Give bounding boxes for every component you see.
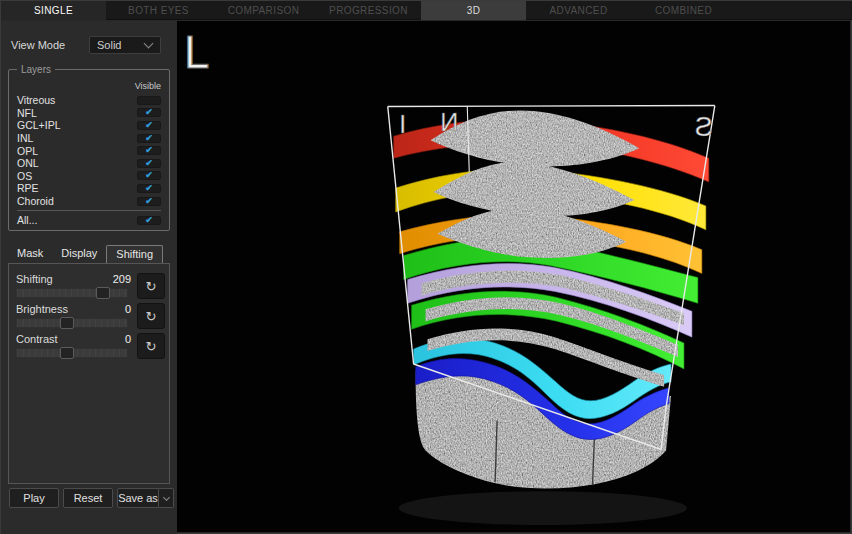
tab-3d[interactable]: 3D xyxy=(421,1,526,20)
check-icon: ✔ xyxy=(145,184,153,193)
save-as-dropdown-button[interactable] xyxy=(159,488,174,508)
layer-visible-checkbox[interactable]: ✔ xyxy=(137,184,161,193)
3d-render-canvas: I N S L xyxy=(177,21,850,532)
layer-visible-checkbox[interactable]: ✔ xyxy=(137,197,161,206)
layer-row-all: All... ✔ xyxy=(9,213,169,227)
layer-visible-checkbox[interactable]: ✔ xyxy=(137,134,161,143)
layer-row-rpe: RPE ✔ xyxy=(9,182,169,195)
layer-row-os: OS ✔ xyxy=(9,170,169,183)
shifting-slider[interactable] xyxy=(16,288,128,298)
sidebar: View Mode Solid Layers Visible Vitreous … xyxy=(1,21,177,534)
check-icon: ✔ xyxy=(145,108,153,117)
layer-visible-checkbox[interactable]: ✔ xyxy=(137,108,161,117)
layer-row-nfl: NFL ✔ xyxy=(9,107,169,120)
layer-row-gcl-ipl: GCL+IPL ✔ xyxy=(9,119,169,132)
view-mode-label: View Mode xyxy=(11,39,65,51)
check-icon: ✔ xyxy=(145,134,153,143)
layer-label: All... xyxy=(17,214,137,226)
contrast-slider-value: 0 xyxy=(125,333,131,345)
check-icon: ✔ xyxy=(145,159,153,168)
brightness-slider[interactable] xyxy=(16,318,128,328)
layer-row-choroid: Choroid ✔ xyxy=(9,195,169,208)
tab-progression[interactable]: PROGRESSION xyxy=(316,1,421,20)
main-tab-bar: SINGLE BOTH EYES COMPARISON PROGRESSION … xyxy=(1,1,852,20)
contrast-reset-button[interactable]: ↻ xyxy=(137,333,165,359)
save-as-button[interactable]: Save as xyxy=(117,488,159,508)
layer-visible-checkbox[interactable]: ✔ xyxy=(137,171,161,180)
play-button[interactable]: Play xyxy=(9,488,59,508)
tab-shifting[interactable]: Shifting xyxy=(106,245,163,263)
layers-panel: Layers Visible Vitreous NFL ✔ GCL+IPL ✔ … xyxy=(8,69,170,231)
layer-row-vitreous: Vitreous xyxy=(9,94,169,107)
tab-both-eyes[interactable]: BOTH EYES xyxy=(106,1,211,20)
contrast-slider-label: Contrast xyxy=(16,333,58,345)
adjust-tab-bar: Mask Display Shifting xyxy=(8,245,163,263)
tab-comparison[interactable]: COMPARISON xyxy=(211,1,316,20)
layer-row-onl: ONL ✔ xyxy=(9,157,169,170)
layer-label: GCL+IPL xyxy=(17,119,137,131)
axis-marker-superior: S xyxy=(695,112,713,142)
layer-visible-checkbox[interactable]: ✔ xyxy=(137,216,161,225)
tab-single[interactable]: SINGLE xyxy=(1,1,106,20)
tab-mask[interactable]: Mask xyxy=(8,245,52,263)
layer-label: NFL xyxy=(17,107,137,119)
base-reflection xyxy=(399,491,687,525)
layer-label: INL xyxy=(17,132,137,144)
layer-label: OS xyxy=(17,170,137,182)
brightness-slider-handle[interactable] xyxy=(60,317,74,329)
check-icon: ✔ xyxy=(145,121,153,130)
chevron-down-icon xyxy=(162,493,169,500)
layer-label: RPE xyxy=(17,182,137,194)
tab-display[interactable]: Display xyxy=(52,245,106,263)
check-icon: ✔ xyxy=(145,146,153,155)
shifting-reset-button[interactable]: ↻ xyxy=(137,273,165,299)
reset-button[interactable]: Reset xyxy=(63,488,113,508)
shifting-slider-value: 209 xyxy=(113,273,131,285)
3d-viewport[interactable]: I N S L xyxy=(177,21,850,532)
layer-row-inl: INL ✔ xyxy=(9,132,169,145)
layer-label: Vitreous xyxy=(17,94,137,106)
check-icon: ✔ xyxy=(145,197,153,206)
app-window: SINGLE BOTH EYES COMPARISON PROGRESSION … xyxy=(0,0,852,534)
divider xyxy=(17,210,161,211)
axis-marker-inferior: I xyxy=(399,111,406,138)
layer-visible-checkbox[interactable]: ✔ xyxy=(137,146,161,155)
shifting-slider-label: Shifting xyxy=(16,273,53,285)
shifting-panel: Shifting 209 ↻ Brightness 0 ↻ Contrast 0 xyxy=(8,263,170,484)
layer-label: OPL xyxy=(17,145,137,157)
layers-panel-legend: Layers xyxy=(17,64,55,75)
visible-column-header: Visible xyxy=(135,81,161,91)
oct-dome xyxy=(433,162,634,216)
laterality-marker: L xyxy=(184,27,209,78)
layer-label: ONL xyxy=(17,157,137,169)
brightness-slider-value: 0 xyxy=(125,303,131,315)
chevron-down-icon xyxy=(144,39,154,49)
shifting-slider-handle[interactable] xyxy=(96,287,110,299)
tab-combined[interactable]: COMBINED xyxy=(631,1,736,20)
layer-visible-checkbox[interactable]: ✔ xyxy=(137,121,161,130)
contrast-slider[interactable] xyxy=(16,348,128,358)
view-mode-value: Solid xyxy=(90,39,145,51)
layer-visible-checkbox[interactable] xyxy=(137,96,161,105)
action-button-row: Play Reset Save as xyxy=(9,488,174,508)
oct-dome xyxy=(430,110,639,166)
contrast-slider-handle[interactable] xyxy=(60,347,74,359)
view-mode-dropdown[interactable]: Solid xyxy=(89,36,161,54)
check-icon: ✔ xyxy=(145,216,153,225)
layer-row-opl: OPL ✔ xyxy=(9,144,169,157)
layer-label: Choroid xyxy=(17,195,137,207)
check-icon: ✔ xyxy=(145,171,153,180)
brightness-slider-label: Brightness xyxy=(16,303,68,315)
layer-visible-checkbox[interactable]: ✔ xyxy=(137,159,161,168)
brightness-reset-button[interactable]: ↻ xyxy=(137,303,165,329)
axis-marker-nasal: N xyxy=(440,109,458,136)
tab-advanced[interactable]: ADVANCED xyxy=(526,1,631,20)
